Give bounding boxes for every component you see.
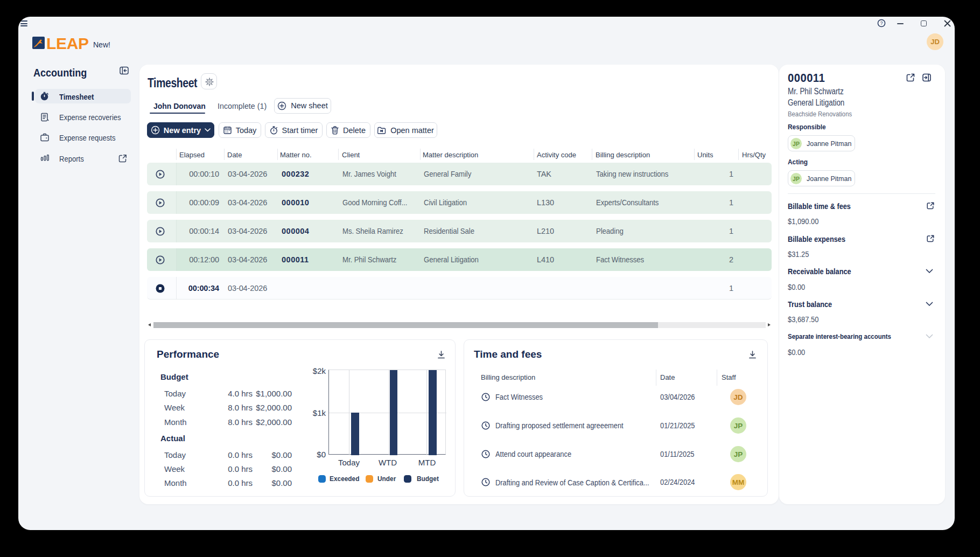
svg-text:?: ? [880,20,883,26]
